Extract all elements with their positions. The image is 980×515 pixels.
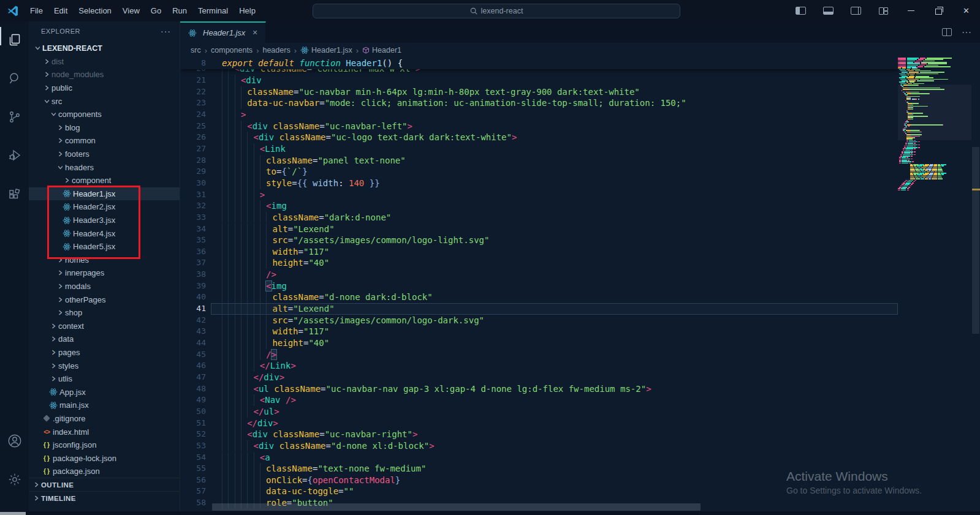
react-file-icon: [300, 46, 309, 55]
tree-item-component[interactable]: component: [29, 174, 180, 187]
search-icon[interactable]: [0, 66, 29, 91]
split-editor-icon[interactable]: [942, 28, 952, 36]
minimize-icon[interactable]: [897, 0, 925, 21]
section-timeline[interactable]: TIMELINE: [29, 491, 180, 505]
line-number: 42: [180, 315, 206, 326]
tree-item-header1-jsx[interactable]: Header1.jsx: [29, 187, 180, 201]
tree-item-main-jsx[interactable]: main.jsx: [29, 399, 180, 412]
tree-item-app-jsx[interactable]: App.jsx: [29, 385, 180, 399]
horizontal-scrollbar[interactable]: [212, 503, 701, 511]
extensions-icon[interactable]: [0, 182, 29, 207]
react-file-icon: [62, 242, 72, 251]
tree-item-otherpages[interactable]: otherPages: [29, 293, 180, 306]
react-file-icon: [48, 401, 58, 410]
menu-file[interactable]: File: [25, 0, 48, 21]
json-file-icon: { }: [42, 455, 51, 462]
tree-item-public[interactable]: public: [29, 81, 180, 95]
command-center-search[interactable]: lexend-react: [313, 4, 680, 18]
toggle-secondary-sidebar-icon[interactable]: [842, 0, 870, 21]
settings-icon[interactable]: [0, 467, 29, 492]
tree-item-blog[interactable]: blog: [29, 121, 180, 135]
tree-item-modals[interactable]: modals: [29, 280, 180, 293]
minimap-viewport[interactable]: [898, 85, 971, 140]
code-editor[interactable]: Activate Windows Go to Settings to activ…: [180, 58, 980, 515]
tree-item-context[interactable]: context: [29, 319, 180, 333]
code-line-48: 48<ul className="uc-navbar-nav gap-3 xl:…: [180, 383, 980, 395]
tree-item-label: Header4.jsx: [73, 229, 115, 238]
chevron-right-icon: [55, 270, 65, 276]
code-line-24: 24>: [180, 109, 980, 121]
code-line-8: 8export default function Header1() {: [180, 58, 898, 69]
breadcrumb-item-headers[interactable]: headers: [262, 46, 290, 55]
tree-item-node-modules[interactable]: node_modules: [29, 68, 180, 81]
tree-item-header3-jsx[interactable]: Header3.jsx: [29, 214, 180, 227]
code-line-34: 34alt="Lexend": [180, 224, 980, 235]
vertical-scrollbar[interactable]: [972, 147, 979, 334]
tree-item-header5-jsx[interactable]: Header5.jsx: [29, 240, 180, 254]
more-actions-icon[interactable]: ···: [962, 27, 971, 38]
tree-item-label: styles: [58, 361, 78, 370]
tree-item-jsconfig-json[interactable]: { }jsconfig.json: [29, 438, 180, 452]
breadcrumb-item-header1-jsx[interactable]: Header1.jsx: [300, 46, 352, 55]
tree-item-package-lock-json[interactable]: { }package-lock.json: [29, 451, 180, 465]
tree-item-common[interactable]: common: [29, 134, 180, 148]
tree-item-styles[interactable]: styles: [29, 359, 180, 372]
breadcrumb-item-components[interactable]: components: [211, 46, 253, 55]
overview-ruler-marker: [972, 189, 980, 190]
breadcrumb-item-header1[interactable]: Header1: [362, 46, 401, 55]
code-line-44: 44height="40": [180, 337, 980, 349]
tree-item-data[interactable]: data: [29, 333, 180, 346]
tree-item-header2-jsx[interactable]: Header2.jsx: [29, 200, 180, 214]
chevron-right-icon: [48, 336, 58, 342]
line-number: 23: [180, 97, 206, 109]
menu-go[interactable]: Go: [145, 0, 167, 21]
tree-item-package-json[interactable]: { }package.json: [29, 465, 180, 478]
chevron-right-icon: [48, 376, 58, 382]
tree-item-label: node_modules: [51, 70, 104, 79]
tab-close-icon[interactable]: ✕: [252, 29, 257, 37]
tree-item-src[interactable]: src: [29, 94, 180, 108]
chevron-right-icon: [55, 284, 65, 289]
tree-item-dist[interactable]: dist: [29, 55, 180, 69]
tree-item-footers[interactable]: footers: [29, 148, 180, 161]
tree-item-utlis[interactable]: utlis: [29, 372, 180, 386]
restore-icon[interactable]: [925, 0, 952, 21]
source-control-icon[interactable]: [0, 105, 29, 129]
code-line-22: 22className="uc-navbar min-h-64px lg:min…: [180, 86, 980, 98]
taskbar-fragment: [0, 512, 26, 515]
menu-help[interactable]: Help: [234, 0, 261, 21]
line-number: 35: [180, 235, 206, 246]
tree-item-lexend-react[interactable]: LEXEND-REACT: [29, 42, 180, 55]
tree-item-homes[interactable]: homes: [29, 254, 180, 267]
line-number: 34: [180, 224, 206, 235]
code-line-30: 30style={{ width: 140 }}: [180, 178, 980, 189]
run-and-debug-icon[interactable]: [0, 143, 29, 168]
menu-terminal[interactable]: Terminal: [192, 0, 234, 21]
tree-item-shop[interactable]: shop: [29, 306, 180, 320]
customize-layout-icon[interactable]: [870, 0, 897, 21]
toggle-primary-sidebar-icon[interactable]: [787, 0, 815, 21]
close-icon[interactable]: ✕: [952, 0, 980, 21]
accounts-icon[interactable]: [0, 429, 29, 453]
tree-item-pages[interactable]: pages: [29, 346, 180, 359]
toggle-panel-icon[interactable]: [815, 0, 842, 21]
views-and-more-actions-icon[interactable]: ···: [161, 26, 171, 36]
menu-view[interactable]: View: [117, 0, 145, 21]
explorer-icon[interactable]: [0, 28, 29, 52]
menu-run[interactable]: Run: [167, 0, 192, 21]
tab-header1-jsx[interactable]: Header1.jsx ✕: [180, 21, 266, 43]
section-outline[interactable]: OUTLINE: [29, 478, 180, 491]
tree-item-innerpages[interactable]: innerpages: [29, 266, 180, 280]
tree-item-components[interactable]: components: [29, 108, 180, 121]
tree-item-index-html[interactable]: <>index.html: [29, 425, 180, 438]
code-line-26: 26<div className="uc-logo text-dark dark…: [180, 132, 980, 143]
chevron-right-icon: [48, 323, 58, 329]
tree-item--gitignore[interactable]: .gitignore: [29, 412, 180, 426]
menu-edit[interactable]: Edit: [48, 0, 73, 21]
html-file-icon: <>: [42, 429, 51, 435]
menu-selection[interactable]: Selection: [73, 0, 116, 21]
tree-item-header4-jsx[interactable]: Header4.jsx: [29, 227, 180, 240]
tree-item-headers[interactable]: headers: [29, 160, 180, 174]
line-number: 45: [180, 349, 206, 361]
breadcrumb-item-src[interactable]: src: [191, 46, 201, 55]
